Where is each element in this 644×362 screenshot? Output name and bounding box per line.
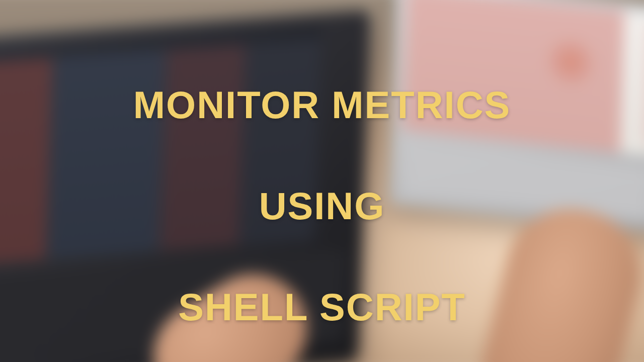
title-line-3: SHELL SCRIPT bbox=[178, 286, 466, 328]
title-overlay: MONITOR METRICS USING SHELL SCRIPT bbox=[0, 0, 644, 362]
title-line-2: USING bbox=[259, 185, 385, 227]
title-line-1: MONITOR METRICS bbox=[133, 83, 511, 126]
hero-title: MONITOR METRICS USING SHELL SCRIPT bbox=[133, 30, 511, 332]
